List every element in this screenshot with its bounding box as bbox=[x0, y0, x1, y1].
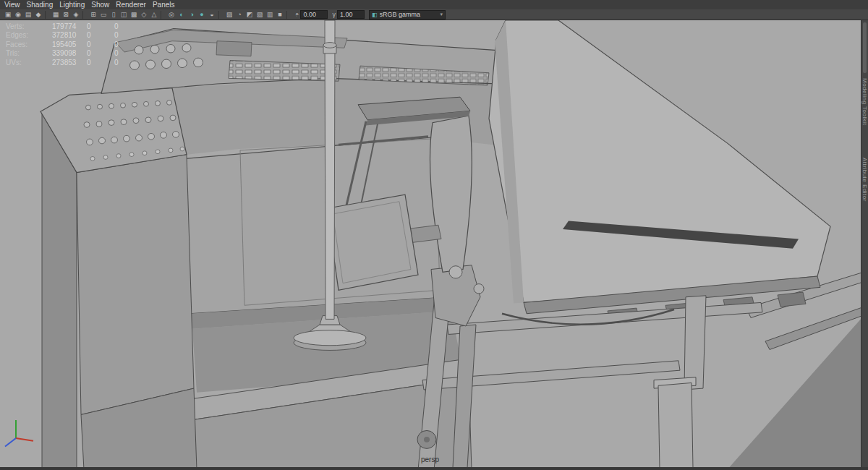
image-plane-icon[interactable]: ▦ bbox=[51, 10, 61, 20]
camera-name-label: persp bbox=[421, 456, 439, 463]
toolbar-icon-group: ▣◉▤◆▦⊠◈⊞▭▯◫▩◇△◎◐◑●◒▨◔◩▧▥■ bbox=[3, 10, 292, 20]
hud-row-faces: Faces:19540500 bbox=[6, 40, 132, 49]
select-camera-icon[interactable]: ▣ bbox=[4, 10, 13, 20]
poly-count-hud: Verts:17977400Edges:37281000Faces:195405… bbox=[6, 22, 132, 67]
hud-z2: 0 bbox=[114, 40, 132, 48]
field-chart-icon[interactable]: ▩ bbox=[129, 10, 139, 20]
hud-row-uvs: UVs:27385300 bbox=[6, 59, 132, 67]
side-tab-attribute-editor[interactable]: Attribute Editor bbox=[861, 158, 868, 202]
isolate-select-icon[interactable]: ◩ bbox=[245, 10, 255, 20]
exposure-input[interactable]: 0.00 bbox=[300, 10, 328, 19]
color-management-icon: ◧ bbox=[372, 12, 378, 18]
safe-action-icon[interactable]: ◇ bbox=[140, 10, 149, 20]
panel-menu-bar: ViewShadingLightingShowRendererPanels bbox=[0, 0, 868, 9]
hud-val: 195405 bbox=[52, 40, 87, 48]
menu-view[interactable]: View bbox=[4, 0, 27, 9]
hud-z1: 0 bbox=[87, 31, 114, 39]
lock-camera-icon[interactable]: ◉ bbox=[14, 10, 23, 20]
menu-show[interactable]: Show bbox=[91, 0, 116, 9]
menu-shading[interactable]: Shading bbox=[27, 0, 60, 9]
gamma-input[interactable]: 1.00 bbox=[337, 10, 365, 19]
hud-row-verts: Verts:17977400 bbox=[6, 22, 132, 31]
left-console bbox=[41, 88, 197, 470]
multisample-aa-icon[interactable]: ▨ bbox=[225, 10, 234, 20]
resolution-gate-icon[interactable]: ▯ bbox=[109, 10, 119, 20]
shadows-icon[interactable]: ◑ bbox=[187, 10, 197, 20]
use-default-material-icon[interactable]: ■ bbox=[276, 10, 285, 20]
exposure-icon[interactable]: ◓ bbox=[295, 11, 299, 18]
camera-attributes-icon[interactable]: ▤ bbox=[24, 10, 33, 20]
hud-label: Edges: bbox=[6, 31, 52, 39]
side-tab-modeling-toolkit[interactable]: Modeling Toolkit bbox=[861, 78, 868, 125]
motion-blur-icon[interactable]: ◒ bbox=[208, 10, 217, 20]
safe-title-icon[interactable]: △ bbox=[150, 10, 159, 20]
screen-space-ao-icon[interactable]: ● bbox=[197, 10, 207, 20]
menu-renderer[interactable]: Renderer bbox=[116, 0, 153, 9]
chevron-down-icon: ▾ bbox=[440, 12, 443, 17]
hud-label: Faces: bbox=[6, 40, 52, 48]
toolbar-separator bbox=[286, 11, 290, 19]
hud-label: Verts: bbox=[6, 22, 52, 30]
hud-row-edges: Edges:37281000 bbox=[6, 31, 132, 40]
hud-val: 339098 bbox=[52, 49, 87, 57]
colorspace-dropdown[interactable]: ◧ sRGB gamma ▾ bbox=[369, 10, 446, 20]
toolbar-separator bbox=[82, 11, 86, 19]
hud-z1: 0 bbox=[87, 40, 114, 48]
lighting-icon[interactable]: ◐ bbox=[177, 10, 187, 20]
gate-mask-icon[interactable]: ◫ bbox=[119, 10, 129, 20]
toolbar-separator bbox=[218, 11, 222, 19]
hud-label: UVs: bbox=[6, 59, 52, 67]
toolbar-separator bbox=[161, 11, 164, 19]
hud-z1: 0 bbox=[87, 22, 114, 30]
hud-z2: 0 bbox=[114, 59, 132, 67]
hud-z2: 0 bbox=[114, 31, 132, 39]
hud-z1: 0 bbox=[87, 49, 114, 57]
console-display bbox=[216, 41, 252, 56]
menu-lighting[interactable]: Lighting bbox=[59, 0, 91, 9]
hud-val: 179774 bbox=[52, 22, 87, 30]
hud-val: 372810 bbox=[52, 31, 87, 39]
hud-val: 273853 bbox=[52, 59, 87, 67]
hud-z2: 0 bbox=[114, 22, 132, 30]
2d-pan-zoom-icon[interactable]: ⊠ bbox=[61, 10, 71, 20]
toolbar-separator bbox=[45, 11, 48, 19]
grid-icon[interactable]: ⊞ bbox=[89, 10, 98, 20]
wireframe-on-shaded-icon[interactable]: ▥ bbox=[265, 10, 275, 20]
frame-all-icon[interactable]: ◎ bbox=[167, 10, 176, 20]
film-gate-icon[interactable]: ▭ bbox=[99, 10, 109, 20]
viewport[interactable]: Verts:17977400Edges:37281000Faces:195405… bbox=[0, 20, 868, 470]
scrollbar-thumb[interactable] bbox=[863, 22, 867, 73]
right-panel-tab-strip: Modeling ToolkitAttribute Editor bbox=[861, 20, 868, 470]
gamma-icon[interactable]: γ bbox=[332, 11, 336, 18]
window-bottom-edge bbox=[0, 467, 868, 470]
viewport-3d-scene[interactable] bbox=[0, 20, 868, 470]
hud-label: Tris: bbox=[6, 49, 52, 57]
depth-of-field-icon[interactable]: ◔ bbox=[235, 10, 244, 20]
bookmarks-icon[interactable]: ◆ bbox=[34, 10, 43, 20]
panel-menu-items: ViewShadingLightingShowRendererPanels bbox=[0, 0, 182, 9]
panel-toolbar: ▣◉▤◆▦⊠◈⊞▭▯◫▩◇△◎◐◑●◒▨◔◩▧▥■ ◓ 0.00 γ 1.00 … bbox=[0, 9, 868, 20]
grease-pencil-icon[interactable]: ◈ bbox=[72, 10, 81, 20]
menu-panels[interactable]: Panels bbox=[153, 0, 182, 9]
colorspace-value: sRGB gamma bbox=[380, 11, 441, 18]
hud-row-tris: Tris:33909800 bbox=[6, 49, 132, 58]
hud-z1: 0 bbox=[87, 59, 114, 67]
hud-z2: 0 bbox=[114, 49, 132, 57]
xray-icon[interactable]: ▧ bbox=[255, 10, 265, 20]
